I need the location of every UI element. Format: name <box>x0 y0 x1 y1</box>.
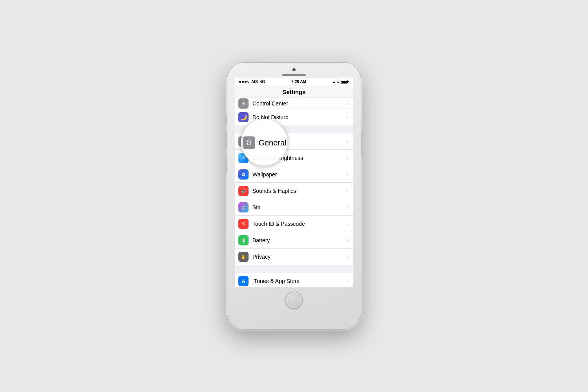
volume-down-button[interactable] <box>226 154 227 173</box>
settings-row-touch-id[interactable]: ⊙ Touch ID & Passcode › <box>235 216 353 232</box>
settings-row-battery[interactable]: ▮ Battery › <box>235 232 353 249</box>
itunes-icon: A <box>238 276 249 286</box>
battery-symbol: ▮ <box>242 238 245 243</box>
home-button-inner <box>288 294 300 307</box>
status-left: AIS 4G <box>239 80 265 84</box>
touch-id-chevron: › <box>347 221 348 227</box>
settings-row-sounds[interactable]: 🔊 Sounds & Haptics › <box>235 183 353 199</box>
speaker <box>282 74 306 76</box>
settings-row-wallpaper[interactable]: ✿ Wallpaper › <box>235 166 353 183</box>
itunes-label: iTunes & App Store <box>252 278 347 284</box>
siri-label: Siri <box>252 204 347 211</box>
sounds-label: Sounds & Haptics <box>252 188 347 194</box>
wallpaper-label: Wallpaper <box>252 171 347 178</box>
control-center-label: Control Center <box>252 100 347 107</box>
carrier-label: AIS <box>251 80 258 84</box>
privacy-chevron: › <box>347 254 348 260</box>
status-right: ▲ ⊙ <box>332 80 349 83</box>
siri-chevron: › <box>347 205 348 210</box>
store-settings-group: A iTunes & App Store › <box>235 273 353 287</box>
signal-strength <box>239 81 249 83</box>
iphone-device: AIS 4G 7:20 AM ▲ ⊙ Settings <box>227 63 361 329</box>
settings-row-control-center[interactable]: ⊞ Control Center › <box>235 98 353 109</box>
wallpaper-chevron: › <box>347 172 348 177</box>
do-not-disturb-label: Do Not Disturb <box>252 114 347 120</box>
siri-symbol: ◎ <box>242 205 245 209</box>
display-icon: ☀ <box>238 153 249 163</box>
battery-indicator <box>341 80 349 83</box>
settings-row-privacy[interactable]: ✋ Privacy › <box>235 249 353 265</box>
battery-label: Battery <box>252 237 347 243</box>
top-settings-group: ⊞ Control Center › 🌙 Do Not Disturb › <box>235 98 353 125</box>
itunes-symbol: A <box>241 278 245 284</box>
touch-id-symbol: ⊙ <box>242 221 245 226</box>
section-divider-1 <box>235 125 353 133</box>
sounds-chevron: › <box>347 188 348 194</box>
signal-dot-3 <box>245 81 247 83</box>
signal-dot-2 <box>242 81 244 83</box>
wallpaper-symbol: ✿ <box>241 172 245 177</box>
settings-row-display[interactable]: ☀ Display & Brightness › <box>235 150 353 166</box>
status-time: 7:20 AM <box>291 80 306 84</box>
page-title: Settings <box>282 89 305 95</box>
do-not-disturb-chevron: › <box>347 114 348 120</box>
touch-id-label: Touch ID & Passcode <box>252 221 347 227</box>
general-chevron: › <box>347 139 348 144</box>
front-camera <box>292 68 296 71</box>
signal-dot-1 <box>239 81 241 83</box>
navigation-bar: Settings <box>235 85 353 98</box>
itunes-chevron: › <box>347 278 348 284</box>
control-center-icon: ⊞ <box>238 98 249 109</box>
home-button[interactable] <box>285 292 303 309</box>
screen: AIS 4G 7:20 AM ▲ ⊙ Settings <box>235 78 353 287</box>
phone-bottom <box>285 287 303 313</box>
display-label: Display & Brightness <box>252 155 347 161</box>
location-icon: ▲ <box>332 80 336 83</box>
battery-row-icon: ▮ <box>238 235 249 245</box>
settings-row-do-not-disturb[interactable]: 🌙 Do Not Disturb › <box>235 109 353 125</box>
sounds-icon: 🔊 <box>238 186 249 196</box>
touch-id-icon: ⊙ <box>238 219 249 229</box>
do-not-disturb-icon: 🌙 <box>238 112 249 122</box>
privacy-icon: ✋ <box>238 252 249 262</box>
battery-chevron: › <box>347 238 348 243</box>
section-divider-2 <box>235 265 353 273</box>
power-button[interactable] <box>361 130 362 158</box>
phone-top <box>227 63 361 78</box>
siri-icon: ◎ <box>238 202 249 212</box>
settings-row-siri[interactable]: ◎ Siri › <box>235 199 353 216</box>
display-chevron: › <box>347 155 348 161</box>
network-type: 4G <box>260 80 265 84</box>
settings-list: ⚙ General ⊞ Control Center › <box>235 98 353 287</box>
privacy-symbol: ✋ <box>241 254 246 260</box>
settings-row-general[interactable]: ⚙ General › <box>235 133 353 150</box>
main-settings-group: ⚙ General › ☀ Display & Brightness › ✿ <box>235 133 353 265</box>
alarm-icon: ⊙ <box>337 80 339 83</box>
general-symbol: ⚙ <box>241 138 246 145</box>
control-center-symbol: ⊞ <box>241 101 245 106</box>
general-icon: ⚙ <box>238 136 249 147</box>
signal-dot-4 <box>247 81 249 83</box>
do-not-disturb-symbol: 🌙 <box>240 114 247 120</box>
settings-row-itunes[interactable]: A iTunes & App Store › <box>235 273 353 287</box>
status-bar: AIS 4G 7:20 AM ▲ ⊙ <box>235 78 353 85</box>
general-label: General <box>252 138 347 145</box>
control-center-chevron: › <box>347 101 348 106</box>
sounds-symbol: 🔊 <box>241 188 247 194</box>
wallpaper-icon: ✿ <box>238 169 249 180</box>
volume-up-button[interactable] <box>226 130 227 150</box>
display-symbol: ☀ <box>242 156 245 160</box>
privacy-label: Privacy <box>252 254 347 260</box>
